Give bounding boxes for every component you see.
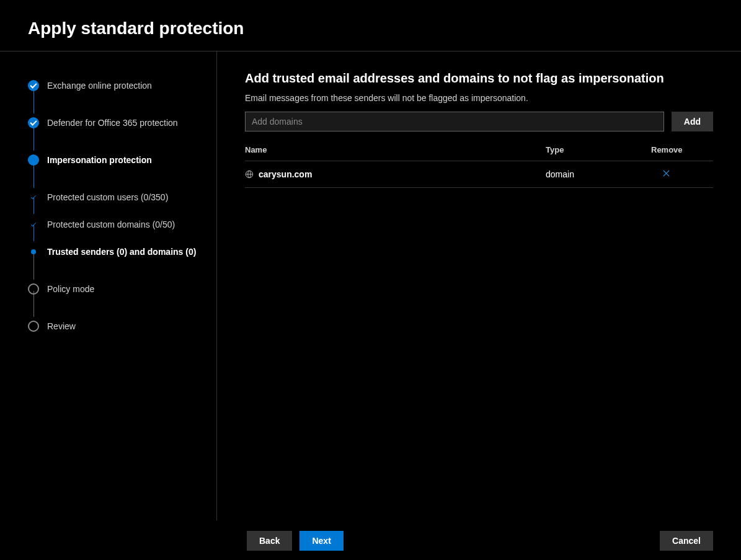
check-icon — [30, 221, 37, 228]
step-label: Defender for Office 365 protection — [47, 118, 178, 128]
connector-line — [33, 162, 34, 188]
step-label: Impersonation protection — [47, 155, 152, 165]
table-row: carysun.com domain — [245, 161, 713, 188]
remove-icon[interactable] — [651, 169, 670, 180]
row-type: domain — [546, 169, 651, 179]
back-button[interactable]: Back — [247, 531, 292, 551]
page-title: Apply standard protection — [28, 19, 713, 38]
pending-circle-icon — [28, 321, 39, 332]
dot-icon — [31, 249, 36, 254]
column-remove: Remove — [651, 145, 713, 154]
row-name: carysun.com — [259, 169, 312, 179]
step-policy-mode[interactable]: Policy mode — [28, 280, 204, 298]
substep-custom-domains[interactable]: Protected custom domains (0/50) — [28, 215, 204, 234]
globe-icon — [245, 170, 254, 179]
wizard-sidebar: Exchange online protection Defender for … — [0, 51, 217, 520]
current-step-icon — [28, 154, 39, 166]
column-name: Name — [245, 145, 546, 154]
check-circle-icon — [28, 117, 39, 128]
substep-custom-users[interactable]: Protected custom users (0/350) — [28, 188, 204, 207]
body-container: Exchange online protection Defender for … — [0, 51, 741, 520]
add-domain-row: Add — [245, 112, 713, 131]
step-label: Protected custom users (0/350) — [47, 192, 168, 202]
step-defender[interactable]: Defender for Office 365 protection — [28, 113, 204, 132]
step-label: Review — [47, 321, 76, 331]
pending-circle-icon — [28, 283, 39, 295]
check-icon — [30, 194, 37, 200]
substep-trusted-senders[interactable]: Trusted senders (0) and domains (0) — [28, 242, 204, 261]
row-remove-cell — [651, 169, 713, 180]
step-label: Trusted senders (0) and domains (0) — [47, 247, 196, 257]
step-impersonation[interactable]: Impersonation protection — [28, 151, 204, 169]
connector-line — [33, 254, 34, 280]
table-header: Name Type Remove — [245, 145, 713, 161]
add-button[interactable]: Add — [672, 112, 713, 131]
header: Apply standard protection — [0, 0, 741, 51]
domains-table: Name Type Remove carysun.com domain — [245, 145, 713, 188]
step-exchange-online[interactable]: Exchange online protection — [28, 76, 204, 95]
row-name-cell: carysun.com — [245, 169, 546, 179]
connector-line — [33, 87, 34, 113]
cancel-button[interactable]: Cancel — [660, 531, 713, 551]
main-description: Email messages from these senders will n… — [245, 93, 713, 103]
main-title: Add trusted email addresses and domains … — [245, 71, 713, 86]
footer: Back Next Cancel — [0, 520, 741, 560]
step-label: Exchange online protection — [47, 81, 152, 91]
step-label: Protected custom domains (0/50) — [47, 220, 175, 229]
column-type: Type — [546, 145, 651, 154]
main-panel: Add trusted email addresses and domains … — [217, 51, 741, 520]
next-button[interactable]: Next — [300, 531, 343, 551]
domain-input[interactable] — [245, 112, 664, 131]
step-list: Exchange online protection Defender for … — [28, 76, 204, 336]
step-label: Policy mode — [47, 284, 94, 294]
connector-line — [33, 125, 34, 151]
connector-line — [33, 291, 34, 317]
step-review[interactable]: Review — [28, 317, 204, 336]
check-circle-icon — [28, 80, 39, 91]
